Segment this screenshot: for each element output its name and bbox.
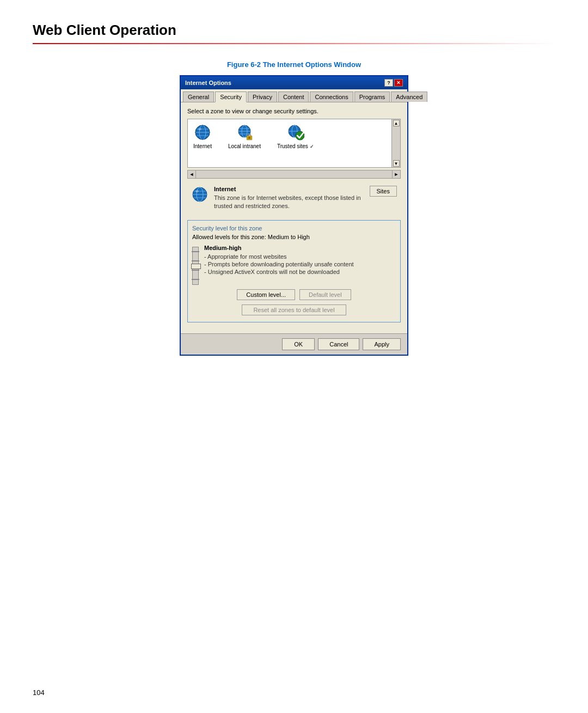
slider-tick-4 [192, 279, 199, 280]
local-intranet-globe-icon [236, 124, 253, 141]
security-desc-2: - Prompts before downloading potentially… [204, 261, 396, 267]
security-desc-1: - Appropriate for most websites [204, 253, 396, 260]
tab-connections[interactable]: Connections [310, 92, 353, 102]
scroll-up-arrow[interactable]: ▲ [393, 120, 400, 126]
zone-scrollbar[interactable]: ▲ ▼ [391, 119, 400, 167]
slider-handle[interactable] [191, 264, 201, 269]
tab-bar: General Security Privacy Content Connect… [181, 89, 407, 102]
apply-button[interactable]: Apply [363, 338, 401, 350]
cancel-button[interactable]: Cancel [318, 338, 359, 350]
tab-programs[interactable]: Programs [354, 92, 390, 102]
security-slider[interactable] [192, 247, 199, 285]
slider-track[interactable] [192, 247, 199, 285]
dialog-title: Internet Options [185, 80, 231, 86]
slider-row: Medium-high - Appropriate for most websi… [192, 245, 396, 285]
scroll-right-button[interactable]: ► [392, 170, 401, 179]
tab-privacy[interactable]: Privacy [248, 92, 277, 102]
zone-info-desc: This zone is for Internet websites, exce… [214, 194, 364, 211]
tab-security[interactable]: Security [215, 92, 247, 102]
svg-point-23 [195, 190, 199, 192]
zone-info-box: Internet This zone is for Internet websi… [187, 182, 401, 215]
slider-tick-1 [192, 251, 199, 252]
zone-trusted-sites[interactable]: Trusted sites ✓ [277, 124, 314, 149]
trusted-sites-label: Trusted sites ✓ [277, 143, 314, 149]
security-level-title: Security level for this zone [192, 225, 396, 231]
zone-info-icon [191, 186, 209, 203]
zone-icons-container: Internet [187, 119, 401, 168]
zone-icons-inner: Internet [188, 119, 400, 154]
slider-tick-3 [192, 270, 199, 271]
security-level-section: Security level for this zone Allowed lev… [187, 220, 401, 322]
svg-point-6 [198, 128, 201, 130]
title-bar-buttons: ? ✕ [384, 79, 403, 87]
trusted-sites-globe-icon [287, 124, 304, 141]
title-divider [33, 43, 555, 44]
page-number: 104 [33, 688, 45, 697]
figure-caption: Figure 6-2 The Internet Options Window [33, 60, 555, 69]
zone-scroll-row: ◄ ► [187, 170, 401, 179]
local-intranet-label: Local intranet [228, 143, 261, 149]
security-level-name: Medium-high [204, 245, 396, 251]
tab-advanced[interactable]: Advanced [391, 92, 427, 102]
default-level-button[interactable]: Default level [299, 289, 351, 300]
level-buttons: Custom level... Default level [192, 289, 396, 300]
title-bar: Internet Options ? ✕ [181, 76, 407, 89]
reset-btn-row: Reset all zones to default level [192, 304, 396, 315]
zone-prompt: Select a zone to view or change security… [187, 108, 401, 114]
tab-general[interactable]: General [183, 92, 214, 102]
security-description: Medium-high - Appropriate for most websi… [204, 245, 396, 276]
zone-info-title: Internet [214, 186, 364, 192]
scroll-down-arrow[interactable]: ▼ [393, 160, 400, 167]
slider-tick-2 [192, 260, 199, 261]
help-button[interactable]: ? [384, 79, 393, 87]
zone-info-text: Internet This zone is for Internet websi… [214, 186, 364, 211]
zone-local-intranet[interactable]: Local intranet [228, 124, 261, 149]
zone-internet[interactable]: Internet [193, 124, 212, 149]
security-desc-3: - Unsigned ActiveX controls will not be … [204, 269, 396, 275]
dialog-footer: OK Cancel Apply [181, 333, 407, 355]
ok-button[interactable]: OK [282, 338, 315, 350]
allowed-levels-text: Allowed levels for this zone: Medium to … [192, 234, 396, 240]
tab-content[interactable]: Content [278, 92, 309, 102]
sites-button[interactable]: Sites [370, 186, 397, 197]
dialog-body: Select a zone to view or change security… [181, 102, 407, 333]
page-title: Web Client Operation [33, 22, 555, 39]
scroll-track[interactable] [196, 170, 392, 179]
svg-point-13 [248, 137, 250, 139]
internet-label: Internet [193, 143, 212, 149]
close-button[interactable]: ✕ [394, 79, 403, 87]
custom-level-button[interactable]: Custom level... [237, 289, 295, 300]
dialog-wrapper: Internet Options ? ✕ General Security Pr… [33, 75, 555, 356]
internet-globe-icon [194, 124, 211, 141]
scroll-left-button[interactable]: ◄ [187, 170, 196, 179]
reset-all-button[interactable]: Reset all zones to default level [242, 304, 346, 315]
internet-options-dialog: Internet Options ? ✕ General Security Pr… [180, 75, 408, 356]
